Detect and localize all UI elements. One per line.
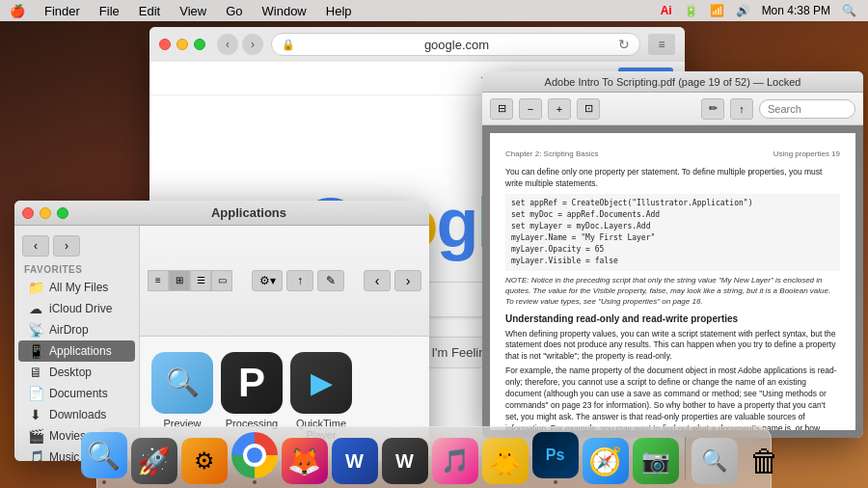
cover-flow-button[interactable]: ▭ [211, 270, 232, 291]
finder-titlebar: Applications [14, 201, 429, 226]
dock-item-launchpad[interactable]: 🚀 [131, 438, 177, 484]
dock-item-chrome[interactable] [231, 432, 278, 484]
dock-item-sysprefs[interactable]: ⚙ [181, 438, 228, 484]
arrange-button[interactable]: ⚙▾ [252, 270, 283, 291]
pdf-toolbar: ⊟ − + ⊡ ✏ ↑ [482, 93, 863, 125]
dock-itunes-icon: 🎵 [432, 438, 478, 484]
dock-finder-dot [102, 480, 106, 484]
zoom-out[interactable]: − [519, 98, 542, 120]
sidebar-item-applications[interactable]: 📱 Applications [18, 340, 135, 362]
sidebar-label-icloud: iCloud Drive [49, 302, 112, 315]
adobe-icon: Ai [657, 4, 676, 17]
apple-icon: 🍎 [10, 4, 25, 18]
share[interactable]: ↑ [730, 98, 753, 120]
menubar-go[interactable]: Go [216, 0, 252, 21]
menubar-help[interactable]: Help [316, 0, 362, 21]
finder-close-button[interactable] [22, 207, 34, 219]
chrome-menu[interactable]: ≡ [648, 34, 675, 55]
maximize-button[interactable] [194, 39, 205, 50]
minimize-button[interactable] [176, 39, 188, 50]
chrome-nav: ‹ › [217, 34, 263, 55]
dock-item-finder[interactable]: 🔍 [81, 432, 127, 484]
dock-item-duck[interactable]: 🐥 [482, 438, 529, 484]
finder-maximize-button[interactable] [57, 207, 68, 219]
edit-button[interactable]: ✎ [317, 270, 344, 291]
dock-separator [685, 437, 686, 479]
dock-launchpad-icon: 🚀 [131, 438, 177, 484]
processing-icon [221, 352, 283, 414]
sidebar-label-applications: Applications [49, 344, 112, 358]
finder-toolbar: ≡ ⊞ ☰ ▭ ⚙▾ ↑ ✎ ‹ › [140, 226, 429, 337]
sidebar-item-icloud[interactable]: ☁ iCloud Drive [18, 298, 135, 319]
pdf-page-label: Using properties 19 [773, 149, 840, 159]
back-button[interactable]: ‹ [217, 34, 238, 55]
dock-item-wordpress[interactable]: W [382, 438, 428, 484]
chrome-titlebar: ‹ › 🔒 google.com ↻ ≡ [149, 27, 685, 62]
dock-item-trash[interactable]: 🗑 [742, 438, 788, 484]
pdf-code1: set appRef = CreateObject("Illustrator.A… [505, 194, 840, 271]
pdf-body3: For example, the name property of the do… [505, 366, 840, 430]
scroll-right[interactable]: › [394, 270, 421, 291]
traffic-lights [159, 39, 205, 50]
reload-icon[interactable]: ↻ [618, 37, 630, 52]
downloads-icon: ⬇ [28, 407, 43, 422]
quicktime-icon [290, 352, 352, 414]
dock-item-photoshop[interactable]: Ps [532, 432, 579, 484]
icon-view-button[interactable]: ⊞ [169, 270, 190, 291]
sidebar-item-all-my-files[interactable]: 📁 All My Files [18, 277, 135, 298]
sidebar-back[interactable]: ‹ [22, 235, 49, 257]
dock-item-safari[interactable]: 🧭 [583, 438, 629, 484]
dock-items: 🔍 🚀 ⚙ 🦊 W [73, 432, 796, 484]
fit-page[interactable]: ⊡ [577, 98, 600, 120]
menubar-wifi: 📶 [706, 4, 728, 17]
pdf-body1: You can define only one property per sta… [505, 167, 840, 190]
sidebar-forward[interactable]: › [53, 235, 80, 257]
scroll-left[interactable]: ‹ [364, 270, 391, 291]
sidebar-item-airdrop[interactable]: 📡 AirDrop [18, 319, 135, 340]
list-view-button[interactable]: ≡ [148, 270, 169, 291]
dock-item-firefox[interactable]: 🦊 [282, 438, 328, 484]
pdf-page-header: Chapter 2: Scripting Basics Using proper… [505, 149, 840, 159]
pdf-note1: NOTE: Notice in the preceding script tha… [505, 275, 840, 308]
apple-menu[interactable]: 🍎 [0, 0, 35, 21]
share-button[interactable]: ↑ [286, 270, 313, 291]
pdf-titlebar: Adobe Intro To Scripting.pdf (page 19 of… [482, 71, 863, 93]
menubar-finder[interactable]: Finder [35, 0, 90, 21]
pdf-page: Chapter 2: Scripting Basics Using proper… [490, 133, 855, 430]
sidebar-item-desktop[interactable]: 🖥 Desktop [18, 362, 135, 383]
dock-safari-icon: 🧭 [583, 438, 629, 484]
annotate[interactable]: ✏ [701, 98, 724, 120]
sidebar-toggle[interactable]: ⊟ [490, 98, 513, 120]
dock-item-facetime[interactable]: 📷 [633, 438, 679, 484]
column-view-button[interactable]: ☰ [190, 270, 211, 291]
url-text[interactable]: google.com [295, 38, 618, 52]
forward-button[interactable]: › [242, 34, 263, 55]
dock-sysprefs-icon: ⚙ [181, 438, 228, 484]
pdf-content: Chapter 2: Scripting Basics Using proper… [482, 125, 863, 438]
dock-item-word[interactable]: W [332, 438, 378, 484]
menubar-left: 🍎 Finder File Edit View Go Window Help [0, 0, 362, 21]
lock-icon: 🔒 [282, 39, 295, 51]
menubar-window[interactable]: Window [253, 0, 316, 21]
finder-minimize-button[interactable] [40, 207, 51, 219]
menubar-time: Mon 4:38 PM [758, 4, 834, 17]
zoom-in[interactable]: + [548, 98, 571, 120]
address-bar[interactable]: 🔒 google.com ↻ [271, 33, 640, 56]
finder-traffic-lights [22, 207, 68, 219]
menubar-view[interactable]: View [170, 0, 216, 21]
documents-icon: 📄 [28, 386, 43, 401]
pdf-search-input[interactable] [759, 99, 855, 119]
dock-chrome-icon [231, 432, 278, 478]
close-button[interactable] [159, 39, 171, 50]
sidebar-label-airdrop: AirDrop [49, 323, 89, 337]
dock-item-itunes[interactable]: 🎵 [432, 438, 478, 484]
search-icon[interactable]: 🔍 [838, 4, 860, 17]
menubar-right: Ai 🔋 📶 🔊 Mon 4:38 PM 🔍 [657, 4, 868, 17]
finder-nav-row: ‹ › [14, 231, 139, 260]
dock-item-preview[interactable]: 🔍 [692, 438, 738, 484]
dock-firefox-icon: 🦊 [282, 438, 328, 484]
menubar-file[interactable]: File [90, 0, 129, 21]
menubar-edit[interactable]: Edit [129, 0, 170, 21]
applications-icon: 📱 [28, 343, 43, 359]
sidebar-item-documents[interactable]: 📄 Documents [18, 383, 135, 404]
